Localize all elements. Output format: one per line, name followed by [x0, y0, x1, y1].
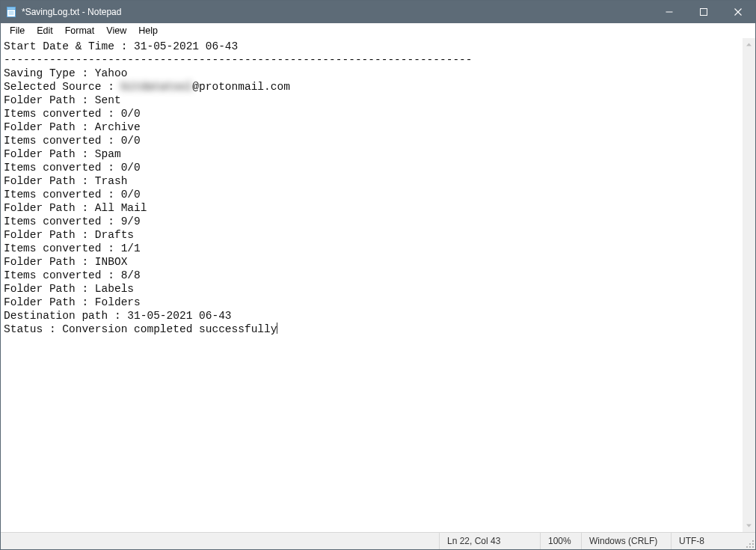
status-zoom: 100%	[541, 533, 582, 549]
text-line: Items converted : 0/0	[4, 107, 740, 120]
minimize-button[interactable]	[652, 1, 686, 23]
resize-grip-icon[interactable]	[743, 533, 755, 549]
svg-point-13	[749, 546, 751, 548]
status-spacer	[1, 533, 440, 549]
editor-frame: Start Date & Time : 31-05-2021 06-43----…	[1, 38, 755, 532]
svg-point-11	[749, 543, 751, 545]
text-line: Folder Path : Drafts	[4, 228, 740, 242]
svg-rect-6	[701, 9, 707, 16]
text-caret	[277, 323, 277, 334]
text-line: Items converted : 9/9	[4, 215, 740, 228]
menu-file[interactable]: File	[4, 25, 31, 37]
text-line: ----------------------------------------…	[4, 53, 740, 67]
menu-help[interactable]: Help	[132, 25, 164, 37]
text-line: Folder Path : INBOX	[4, 255, 740, 269]
scroll-track[interactable]	[743, 51, 755, 519]
svg-rect-1	[7, 7, 16, 10]
status-encoding: UTF-8	[672, 533, 743, 549]
vertical-scrollbar[interactable]	[743, 38, 755, 532]
svg-point-9	[752, 540, 754, 542]
text-line: Selected Source : bitdatatool@protonmail…	[4, 80, 740, 94]
text-line: Folder Path : Folders	[4, 296, 740, 309]
menu-view[interactable]: View	[100, 25, 132, 37]
menu-format[interactable]: Format	[59, 25, 101, 37]
text-line: Status : Conversion completed successful…	[4, 323, 740, 336]
scroll-down-button[interactable]	[743, 519, 755, 532]
svg-point-10	[752, 543, 754, 545]
menubar: File Edit Format View Help	[1, 23, 755, 38]
statusbar: Ln 22, Col 43 100% Windows (CRLF) UTF-8	[1, 532, 755, 549]
close-button[interactable]	[721, 1, 755, 23]
menu-edit[interactable]: Edit	[31, 25, 59, 37]
text-line: Items converted : 0/0	[4, 134, 740, 147]
text-line: Items converted : 8/8	[4, 269, 740, 282]
text-line: Folder Path : Labels	[4, 282, 740, 296]
svg-point-12	[752, 546, 754, 548]
status-line-ending: Windows (CRLF)	[582, 533, 672, 549]
status-cursor-position: Ln 22, Col 43	[440, 533, 541, 549]
text-line: Folder Path : Sent	[4, 94, 740, 107]
window-title: *SavingLog.txt - Notepad	[22, 7, 652, 17]
text-line: Folder Path : Archive	[4, 120, 740, 134]
svg-point-14	[746, 546, 748, 548]
text-line: Destination path : 31-05-2021 06-43	[4, 309, 740, 323]
text-line: Folder Path : All Mail	[4, 201, 740, 215]
window-controls	[652, 1, 755, 23]
scroll-up-button[interactable]	[743, 38, 755, 51]
text-line: Start Date & Time : 31-05-2021 06-43	[4, 40, 740, 53]
text-line: Saving Type : Yahoo	[4, 67, 740, 80]
text-line: Items converted : 1/1	[4, 242, 740, 255]
titlebar[interactable]: *SavingLog.txt - Notepad	[1, 1, 755, 23]
maximize-button[interactable]	[686, 1, 721, 23]
text-line: Items converted : 0/0	[4, 161, 740, 174]
text-line: Folder Path : Spam	[4, 147, 740, 161]
text-line: Folder Path : Trash	[4, 174, 740, 188]
text-area[interactable]: Start Date & Time : 31-05-2021 06-43----…	[1, 38, 743, 532]
notepad-icon	[5, 6, 17, 18]
text-line: Items converted : 0/0	[4, 188, 740, 201]
